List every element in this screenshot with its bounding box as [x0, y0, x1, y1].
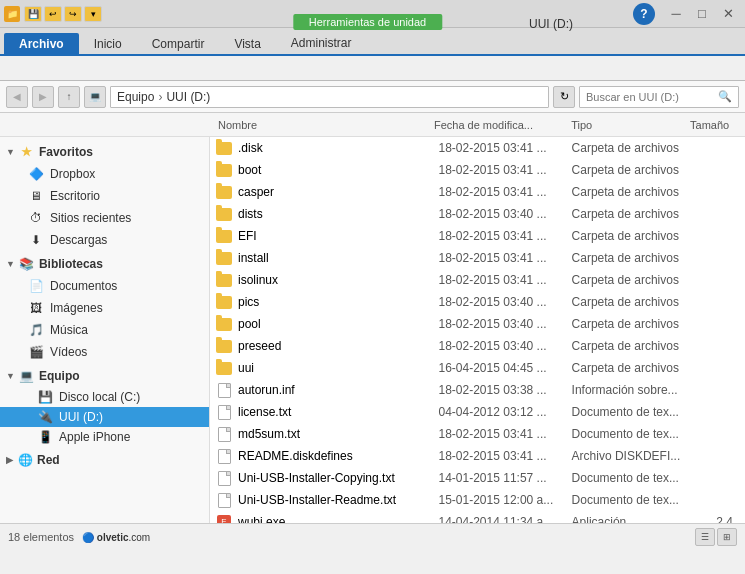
file-row[interactable]: Uni-USB-Installer-Copying.txt 14-01-2015… [210, 467, 745, 489]
bibliotecas-label: Bibliotecas [39, 257, 103, 271]
file-row[interactable]: pool 18-02-2015 03:40 ... Carpeta de arc… [210, 313, 745, 335]
tab-inicio[interactable]: Inicio [79, 33, 137, 54]
window-controls: ─ □ ✕ [663, 4, 741, 24]
file-icon [214, 208, 234, 221]
tab-archivo[interactable]: Archivo [4, 33, 79, 54]
close-button[interactable]: ✕ [715, 4, 741, 24]
sidebar-group-equipo-header[interactable]: ▼ 💻 Equipo [0, 365, 209, 387]
red-label: Red [37, 453, 60, 467]
status-count: 18 elementos [8, 531, 74, 543]
quick-access-toolbar: 💾 ↩ ↪ ▾ [24, 6, 102, 22]
search-icon[interactable]: 🔍 [718, 90, 732, 103]
view-icons-button[interactable]: ⊞ [717, 528, 737, 546]
up-button[interactable]: ↑ [58, 86, 80, 108]
herramientas-tab[interactable]: Herramientas de unidad [293, 14, 442, 30]
file-type: Carpeta de archivos [572, 185, 687, 199]
forward-button[interactable]: ▶ [32, 86, 54, 108]
sidebar-group-red-header[interactable]: ▶ 🌐 Red [0, 449, 209, 471]
file-row[interactable]: isolinux 18-02-2015 03:41 ... Carpeta de… [210, 269, 745, 291]
uui-icon: 🔌 [38, 410, 53, 424]
tab-administrar[interactable]: Administrar [276, 32, 367, 54]
view-details-button[interactable]: ☰ [695, 528, 715, 546]
back-button[interactable]: ◀ [6, 86, 28, 108]
sidebar-item-uui-d[interactable]: 🔌 UUI (D:) [0, 407, 209, 427]
sidebar-item-disco-local[interactable]: 💾 Disco local (C:) [0, 387, 209, 407]
disco-c-icon: 💾 [38, 390, 53, 404]
ribbon-content [0, 54, 745, 80]
sidebar-item-musica[interactable]: 🎵 Música [0, 319, 209, 341]
tab-compartir[interactable]: Compartir [137, 33, 220, 54]
red-arrow: ▶ [6, 455, 13, 465]
col-header-size[interactable]: Tamaño [690, 119, 745, 131]
file-name: dists [234, 207, 438, 221]
file-row[interactable]: EFI 18-02-2015 03:41 ... Carpeta de arch… [210, 225, 745, 247]
file-icon [214, 340, 234, 353]
file-type: Archivo DISKDEFI... [572, 449, 687, 463]
recientes-label: Sitios recientes [50, 211, 131, 225]
iphone-icon: 📱 [38, 430, 53, 444]
tab-vista[interactable]: Vista [219, 33, 275, 54]
file-name: preseed [234, 339, 438, 353]
file-row[interactable]: md5sum.txt 18-02-2015 03:41 ... Document… [210, 423, 745, 445]
documentos-icon: 📄 [28, 278, 44, 294]
file-icon [214, 471, 234, 486]
sidebar-item-escritorio[interactable]: 🖥 Escritorio [0, 185, 209, 207]
sidebar: ▼ ★ Favoritos 🔷 Dropbox 🖥 Escritorio ⏱ S… [0, 137, 210, 523]
file-type: Documento de tex... [572, 471, 687, 485]
search-box[interactable]: 🔍 [579, 86, 739, 108]
qs-redo-btn[interactable]: ↪ [64, 6, 82, 22]
file-type: Carpeta de archivos [572, 251, 687, 265]
file-name: Uni-USB-Installer-Copying.txt [234, 471, 438, 485]
file-row[interactable]: Uni-USB-Installer-Readme.txt 15-01-2015 … [210, 489, 745, 511]
sidebar-group-bibliotecas-header[interactable]: ▼ 📚 Bibliotecas [0, 253, 209, 275]
maximize-button[interactable]: □ [689, 4, 715, 24]
col-header-name[interactable]: Nombre [214, 119, 434, 131]
documentos-label: Documentos [50, 279, 117, 293]
file-row[interactable]: license.txt 04-04-2012 03:12 ... Documen… [210, 401, 745, 423]
file-row[interactable]: preseed 18-02-2015 03:40 ... Carpeta de … [210, 335, 745, 357]
help-button[interactable]: ? [633, 3, 655, 25]
col-header-type[interactable]: Tipo [571, 119, 690, 131]
sidebar-item-apple-iphone[interactable]: 📱 Apple iPhone [0, 427, 209, 447]
file-row[interactable]: autorun.inf 18-02-2015 03:38 ... Informa… [210, 379, 745, 401]
main-layout: ▼ ★ Favoritos 🔷 Dropbox 🖥 Escritorio ⏱ S… [0, 137, 745, 523]
sidebar-group-favoritos-header[interactable]: ▼ ★ Favoritos [0, 141, 209, 163]
minimize-button[interactable]: ─ [663, 4, 689, 24]
file-row[interactable]: E wubi.exe 14-04-2014 11:34 a... Aplicac… [210, 511, 745, 523]
file-row[interactable]: install 18-02-2015 03:41 ... Carpeta de … [210, 247, 745, 269]
title-bar: 📁 💾 ↩ ↪ ▾ Herramientas de unidad UUI (D:… [0, 0, 745, 28]
equipo-arrow: ▼ [6, 371, 15, 381]
file-row[interactable]: casper 18-02-2015 03:41 ... Carpeta de a… [210, 181, 745, 203]
file-name: Uni-USB-Installer-Readme.txt [234, 493, 438, 507]
file-row[interactable]: uui 16-04-2015 04:45 ... Carpeta de arch… [210, 357, 745, 379]
qs-dropdown-btn[interactable]: ▾ [84, 6, 102, 22]
ribbon-tabs: Archivo Inicio Compartir Vista Administr… [0, 28, 745, 54]
file-row[interactable]: README.diskdefines 18-02-2015 03:41 ... … [210, 445, 745, 467]
imagenes-label: Imágenes [50, 301, 103, 315]
search-input[interactable] [586, 91, 714, 103]
file-row[interactable]: .disk 18-02-2015 03:41 ... Carpeta de ar… [210, 137, 745, 159]
sidebar-item-descargas[interactable]: ⬇ Descargas [0, 229, 209, 251]
file-date: 18-02-2015 03:41 ... [438, 141, 571, 155]
file-icon [214, 142, 234, 155]
file-row[interactable]: dists 18-02-2015 03:40 ... Carpeta de ar… [210, 203, 745, 225]
col-header-date[interactable]: Fecha de modifica... [434, 119, 571, 131]
solvetic-watermark: 🔵 olvetic.com [82, 531, 150, 543]
address-path[interactable]: Equipo › UUI (D:) [110, 86, 549, 108]
file-type: Documento de tex... [572, 493, 687, 507]
path-uui[interactable]: UUI (D:) [166, 90, 210, 104]
sidebar-item-documentos[interactable]: 📄 Documentos [0, 275, 209, 297]
sidebar-item-imagenes[interactable]: 🖼 Imágenes [0, 297, 209, 319]
file-row[interactable]: boot 18-02-2015 03:41 ... Carpeta de arc… [210, 159, 745, 181]
file-name: pool [234, 317, 438, 331]
sidebar-item-dropbox[interactable]: 🔷 Dropbox [0, 163, 209, 185]
qs-save-btn[interactable]: 💾 [24, 6, 42, 22]
file-type: Carpeta de archivos [572, 339, 687, 353]
file-date: 18-02-2015 03:41 ... [438, 229, 571, 243]
refresh-button[interactable]: ↻ [553, 86, 575, 108]
file-row[interactable]: pics 18-02-2015 03:40 ... Carpeta de arc… [210, 291, 745, 313]
sidebar-item-videos[interactable]: 🎬 Vídeos [0, 341, 209, 363]
sidebar-item-sitios-recientes[interactable]: ⏱ Sitios recientes [0, 207, 209, 229]
qs-undo-btn[interactable]: ↩ [44, 6, 62, 22]
path-equipo[interactable]: Equipo [117, 90, 154, 104]
